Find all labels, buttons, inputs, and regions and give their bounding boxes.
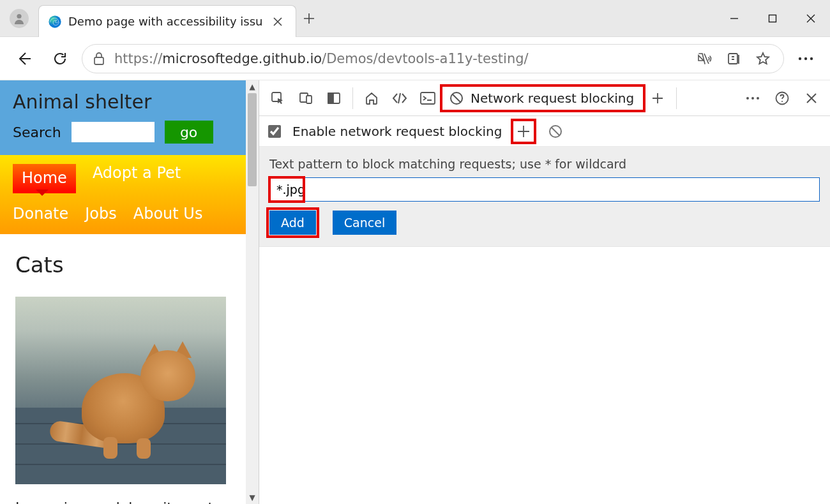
close-tab-button[interactable] [269, 13, 287, 31]
pattern-input[interactable] [269, 177, 820, 202]
settings-more-button[interactable] [792, 45, 820, 73]
favorite-button[interactable] [753, 48, 773, 69]
address-bar: https://microsoftedge.github.io/Demos/de… [0, 37, 830, 80]
devtools-panel: Network request blocking Enable networ [259, 80, 830, 504]
svg-point-17 [757, 97, 759, 100]
svg-point-6 [804, 57, 807, 59]
refresh-button[interactable] [46, 45, 74, 73]
dock-side-icon[interactable] [321, 85, 347, 112]
devtools-close-button[interactable] [798, 85, 825, 112]
page-scrollbar[interactable]: ▲ ▼ [246, 80, 259, 504]
scroll-down-icon[interactable]: ▼ [246, 491, 259, 504]
remove-all-patterns-button[interactable] [545, 121, 566, 142]
url-text: https://microsoftedge.github.io/Demos/de… [114, 51, 685, 66]
nav-donate[interactable]: Donate [13, 205, 68, 223]
new-tab-button[interactable] [296, 0, 322, 36]
svg-point-15 [746, 97, 749, 100]
primary-nav: Home Adopt a Pet Donate Jobs About Us [0, 155, 246, 234]
page-content: Cats Lorem ipsum dolor, sit amet [0, 234, 246, 504]
svg-point-0 [17, 13, 21, 18]
pattern-label: Text pattern to block matching requests;… [269, 157, 820, 171]
lorem-text: Lorem ipsum dolor, sit amet [15, 500, 230, 504]
svg-rect-3 [94, 57, 103, 64]
console-icon[interactable] [414, 85, 441, 112]
blocking-toolbar: Enable network request blocking [259, 116, 830, 147]
enable-blocking-label: Enable network request blocking [292, 124, 502, 139]
lock-icon [93, 52, 105, 66]
close-window-button[interactable] [792, 0, 830, 37]
nav-about[interactable]: About Us [133, 205, 203, 223]
go-button[interactable]: go [165, 121, 213, 144]
profile-button[interactable] [0, 0, 38, 36]
devtools-active-tab-label: Network request blocking [471, 91, 634, 106]
search-label: Search [13, 124, 61, 140]
tab-network-request-blocking[interactable]: Network request blocking [442, 87, 643, 110]
cats-heading: Cats [15, 252, 230, 278]
devtools-tabstrip: Network request blocking [259, 80, 830, 116]
blocking-icon [449, 91, 464, 106]
maximize-button[interactable] [753, 0, 792, 37]
svg-rect-4 [728, 54, 737, 64]
nav-jobs[interactable]: Jobs [85, 205, 117, 223]
svg-point-16 [751, 97, 754, 100]
inspect-element-icon[interactable] [264, 85, 291, 112]
svg-rect-10 [306, 96, 312, 103]
enable-blocking-checkbox[interactable] [268, 125, 281, 138]
add-button[interactable]: Add [269, 211, 316, 235]
read-aloud-button[interactable] [694, 48, 714, 69]
cat-image [15, 297, 226, 484]
demo-page: Animal shelter Search go Home Adopt a Pe… [0, 80, 246, 504]
svg-rect-2 [769, 15, 776, 22]
pattern-form: Text pattern to block matching requests;… [259, 147, 830, 247]
scroll-thumb[interactable] [248, 93, 257, 186]
minimize-button[interactable] [715, 0, 753, 37]
tab-title: Demo page with accessibility issu [68, 15, 262, 28]
device-emulation-icon[interactable] [292, 85, 319, 112]
devtools-more-button[interactable] [739, 85, 766, 112]
browser-tab[interactable]: Demo page with accessibility issu [38, 5, 296, 37]
site-title: Animal shelter [13, 91, 233, 113]
more-tabs-button[interactable] [644, 85, 671, 112]
scroll-up-icon[interactable]: ▲ [246, 80, 259, 93]
welcome-icon[interactable] [358, 85, 385, 112]
svg-rect-12 [328, 93, 333, 103]
window-controls [715, 0, 830, 36]
svg-rect-13 [421, 93, 435, 104]
page-viewport: Animal shelter Search go Home Adopt a Pe… [0, 80, 259, 504]
edge-favicon-icon [48, 15, 62, 29]
svg-point-19 [781, 101, 783, 102]
devtools-help-button[interactable] [769, 85, 796, 112]
cancel-button[interactable]: Cancel [333, 211, 396, 235]
url-omnibox[interactable]: https://microsoftedge.github.io/Demos/de… [82, 44, 784, 73]
svg-point-5 [799, 57, 801, 59]
nav-adopt[interactable]: Adopt a Pet [93, 164, 181, 193]
nav-home[interactable]: Home [13, 164, 76, 193]
browser-titlebar: Demo page with accessibility issu [0, 0, 830, 37]
elements-icon[interactable] [386, 85, 413, 112]
svg-point-7 [810, 57, 813, 59]
collections-button[interactable] [723, 48, 744, 69]
add-pattern-button[interactable] [513, 121, 534, 142]
search-input[interactable] [72, 122, 155, 142]
back-button[interactable] [10, 45, 38, 73]
page-header: Animal shelter Search go [0, 80, 246, 155]
